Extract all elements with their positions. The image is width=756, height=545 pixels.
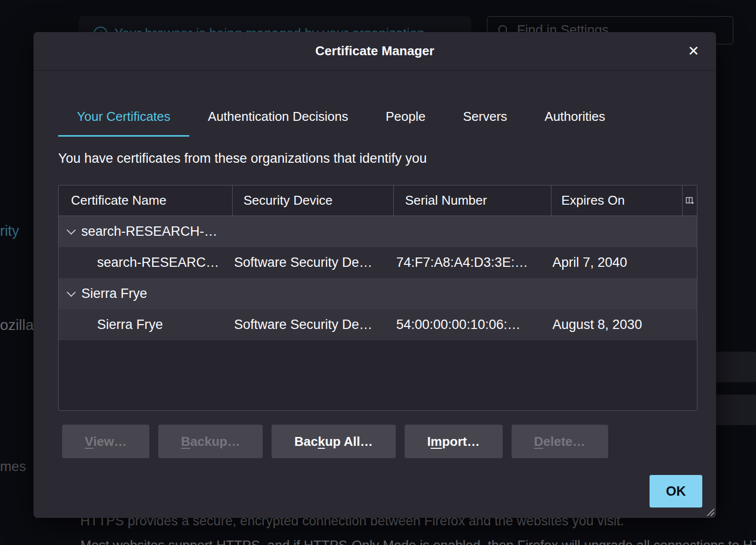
- table-row[interactable]: search-RESEARC… Software Security De… 74…: [59, 247, 697, 278]
- dialog-button-row: View… Backup… Backup All… Import… Delete…: [62, 425, 697, 458]
- dialog-titlebar: Certificate Manager ✕: [34, 32, 716, 71]
- ok-button[interactable]: OK: [650, 475, 702, 508]
- table-header-row: Certificate Name Security Device Serial …: [59, 185, 697, 216]
- tab-people[interactable]: People: [367, 102, 445, 137]
- chevron-down-icon: [67, 225, 75, 234]
- certificate-tabs: Your Certificates Authentication Decisio…: [58, 102, 697, 137]
- certificates-table: Certificate Name Security Device Serial …: [58, 185, 697, 411]
- cert-device: Software Security De…: [232, 317, 393, 332]
- column-header-expires-on[interactable]: Expires On: [551, 185, 682, 216]
- table-row-group[interactable]: Sierra Frye: [59, 278, 697, 309]
- certificates-description: You have certificates from these organiz…: [58, 150, 697, 166]
- tab-authorities[interactable]: Authorities: [526, 102, 624, 137]
- tab-authentication-decisions[interactable]: Authentication Decisions: [189, 102, 367, 137]
- column-header-security-device[interactable]: Security Device: [232, 185, 393, 216]
- column-header-certificate-name[interactable]: Certificate Name: [59, 185, 232, 216]
- column-picker-icon[interactable]: [682, 185, 697, 216]
- column-header-serial-number[interactable]: Serial Number: [393, 185, 551, 216]
- cert-expires: April 7, 2040: [551, 255, 697, 270]
- import-button[interactable]: Import…: [405, 425, 503, 458]
- tab-servers[interactable]: Servers: [444, 102, 526, 137]
- table-row-group[interactable]: search-RESEARCH-…: [59, 216, 697, 247]
- group-name: search-RESEARCH-…: [81, 224, 217, 239]
- chevron-down-icon: [67, 288, 75, 296]
- cert-serial: 54:00:00:00:10:06:…: [393, 317, 551, 332]
- table-row[interactable]: Sierra Frye Software Security De… 54:00:…: [59, 309, 697, 340]
- cert-serial: 74:F7:A8:A4:D3:3E:…: [393, 255, 551, 270]
- view-button[interactable]: View…: [62, 425, 149, 458]
- group-name: Sierra Frye: [81, 286, 147, 301]
- cert-name: Sierra Frye: [59, 317, 232, 332]
- delete-button[interactable]: Delete…: [512, 425, 608, 458]
- cert-name: search-RESEARC…: [59, 255, 232, 270]
- cert-device: Software Security De…: [232, 255, 393, 270]
- certificate-manager-dialog: Certificate Manager ✕ Your Certificates …: [34, 32, 716, 518]
- column-picker-glyph: [686, 196, 694, 205]
- tab-your-certificates[interactable]: Your Certificates: [58, 102, 189, 137]
- resize-grip[interactable]: [703, 505, 715, 516]
- cert-expires: August 8, 2030: [551, 317, 697, 332]
- dialog-title: Certificate Manager: [315, 43, 434, 59]
- close-icon[interactable]: ✕: [686, 42, 701, 60]
- backup-all-button[interactable]: Backup All…: [272, 425, 395, 458]
- backup-button[interactable]: Backup…: [158, 425, 263, 458]
